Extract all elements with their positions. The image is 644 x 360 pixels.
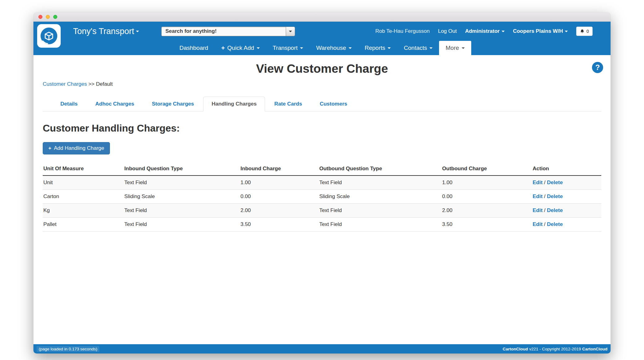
breadcrumb-customer-charges-link[interactable]: Customer Charges	[43, 81, 87, 87]
nav-item-contacts[interactable]: Contacts	[397, 41, 439, 55]
footer-brand: CartonCloud	[503, 347, 528, 351]
tenant-name: Tony's Transport	[73, 27, 134, 36]
add-button-label: Add Handling Charge	[54, 145, 104, 151]
cell-inbound-type: Text Field	[124, 218, 240, 232]
logout-link[interactable]: Log Out	[438, 28, 457, 34]
charge-tabs: Details Adhoc Charges Storage Charges Ha…	[43, 97, 601, 111]
breadcrumb: Customer Charges >> Default	[43, 81, 601, 87]
delete-link[interactable]: Delete	[547, 207, 563, 213]
cell-unit: Carton	[43, 190, 124, 204]
table-row: Unit Text Field 1.00 Text Field 1.00 Edi…	[43, 176, 601, 190]
cell-outbound-charge: 1.00	[442, 176, 532, 190]
nav-item-warehouse[interactable]: Warehouse	[310, 41, 358, 55]
chevron-down-icon	[502, 31, 505, 32]
nav-item-more[interactable]: More	[439, 41, 471, 55]
delete-link[interactable]: Delete	[547, 193, 563, 199]
nav-item-dashboard[interactable]: Dashboard	[173, 41, 215, 55]
col-header-outbound-charge: Outbound Charge	[442, 163, 532, 176]
breadcrumb-separator: >>	[88, 81, 94, 87]
user-name: Rob Te-Hau Fergusson	[375, 28, 429, 34]
cell-outbound-type: Sliding Scale	[319, 190, 442, 204]
main-nav: Dashboard + Quick Add Transport Warehous…	[33, 41, 611, 55]
tab-rate-cards[interactable]: Rate Cards	[266, 97, 311, 111]
notifications-button[interactable]: 0	[576, 27, 593, 36]
table-row: Pallet Text Field 3.50 Text Field 3.50 E…	[43, 218, 601, 232]
app-footer: (page loaded in 0.173 seconds) CartonClo…	[33, 344, 611, 353]
header-user-area: Rob Te-Hau Fergusson Log Out Administrat…	[375, 27, 593, 36]
warehouse-menu[interactable]: Coopers Plains W/H	[513, 28, 568, 34]
cell-action: Edit / Delete	[532, 190, 601, 204]
edit-link[interactable]: Edit	[533, 221, 542, 227]
nav-item-transport[interactable]: Transport	[266, 41, 310, 55]
page-title: View Customer Charge	[43, 62, 601, 76]
cell-inbound-type: Text Field	[124, 176, 240, 190]
edit-link[interactable]: Edit	[533, 180, 542, 185]
nav-label: Reports	[365, 45, 385, 51]
table-header-row: Unit Of Measure Inbound Question Type In…	[43, 163, 601, 176]
cell-unit: Unit	[43, 176, 124, 190]
nav-item-quick-add[interactable]: + Quick Add	[215, 41, 266, 55]
cell-outbound-type: Text Field	[319, 204, 442, 218]
warehouse-label: Coopers Plains W/H	[513, 28, 563, 34]
cell-action: Edit / Delete	[532, 176, 601, 190]
edit-link[interactable]: Edit	[533, 193, 542, 199]
question-mark: ?	[595, 63, 600, 72]
help-icon[interactable]: ?	[592, 62, 603, 73]
zoom-window-button[interactable]	[53, 15, 57, 19]
nav-label: More	[446, 45, 459, 51]
notification-count: 0	[586, 29, 589, 34]
cell-outbound-charge: 2.00	[442, 204, 532, 218]
action-separator: /	[544, 207, 546, 213]
plus-icon: +	[48, 145, 51, 151]
tab-storage-charges[interactable]: Storage Charges	[143, 97, 202, 111]
cell-outbound-type: Text Field	[319, 176, 442, 190]
table-row: Carton Sliding Scale 0.00 Sliding Scale …	[43, 190, 601, 204]
minimize-window-button[interactable]	[46, 15, 50, 19]
tenant-menu[interactable]: Tony's Transport	[73, 27, 139, 36]
cell-inbound-type: Text Field	[124, 204, 240, 218]
col-header-unit-of-measure: Unit Of Measure	[43, 163, 124, 176]
chevron-down-icon	[136, 31, 139, 32]
chevron-down-icon	[349, 47, 352, 49]
edit-link[interactable]: Edit	[533, 207, 542, 213]
chevron-down-icon	[429, 47, 433, 49]
header-top-row: Tony's Transport Rob Te-Hau Fergusson Lo…	[33, 22, 611, 41]
delete-link[interactable]: Delete	[547, 221, 563, 227]
tab-details[interactable]: Details	[52, 97, 86, 111]
chevron-down-icon	[388, 47, 391, 49]
close-window-button[interactable]	[38, 15, 42, 19]
handling-charges-table: Unit Of Measure Inbound Question Type In…	[43, 163, 601, 232]
cell-inbound-charge: 0.00	[240, 190, 319, 204]
action-separator: /	[544, 193, 546, 199]
cell-inbound-charge: 1.00	[240, 176, 319, 190]
cell-inbound-charge: 2.00	[240, 204, 319, 218]
chevron-down-icon	[462, 47, 465, 49]
main-content: View Customer Charge ? Customer Charges …	[33, 55, 611, 344]
add-handling-charge-button[interactable]: + Add Handling Charge	[43, 142, 110, 154]
col-header-inbound-charge: Inbound Charge	[240, 163, 319, 176]
cell-action: Edit / Delete	[532, 204, 601, 218]
nav-item-reports[interactable]: Reports	[358, 41, 398, 55]
breadcrumb-current: Default	[96, 81, 113, 87]
tab-adhoc-charges[interactable]: Adhoc Charges	[87, 97, 143, 111]
chevron-down-icon	[565, 31, 568, 32]
col-header-action: Action	[532, 163, 601, 176]
footer-version: v221 - Copyright 2012-2019	[529, 347, 581, 351]
search-options-button[interactable]	[286, 27, 295, 36]
tab-handling-charges[interactable]: Handling Charges	[203, 97, 265, 111]
delete-link[interactable]: Delete	[547, 180, 563, 185]
footer-brand-suffix: CartonCloud	[582, 347, 607, 351]
copyright-text: CartonCloud v221 - Copyright 2012-2019 C…	[503, 347, 607, 351]
window-titlebar	[33, 12, 611, 22]
col-header-inbound-question-type: Inbound Question Type	[124, 163, 240, 176]
app-header: Tony's Transport Rob Te-Hau Fergusson Lo…	[33, 22, 611, 55]
nav-label: Warehouse	[316, 45, 346, 51]
app-window: Tony's Transport Rob Te-Hau Fergusson Lo…	[33, 12, 611, 353]
cell-outbound-type: Text Field	[319, 218, 442, 232]
tab-customers[interactable]: Customers	[311, 97, 356, 111]
chevron-down-icon	[289, 31, 292, 32]
cell-inbound-type: Sliding Scale	[124, 190, 240, 204]
search-input[interactable]	[161, 27, 286, 36]
cell-unit: Pallet	[43, 218, 124, 232]
role-menu[interactable]: Administrator	[465, 28, 504, 34]
